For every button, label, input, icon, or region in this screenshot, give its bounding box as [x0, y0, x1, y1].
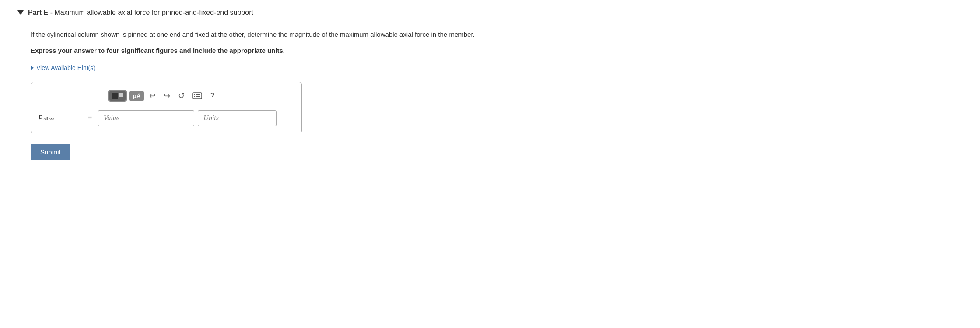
part-separator: - [48, 9, 54, 16]
svg-rect-1 [194, 94, 195, 95]
content-area: If the cylindrical column shown is pinne… [31, 30, 962, 160]
keyboard-icon [192, 92, 202, 99]
value-input[interactable] [98, 110, 194, 126]
svg-rect-2 [196, 94, 197, 95]
part-label: Part E [28, 9, 48, 16]
p-sub-label: allow [43, 116, 54, 121]
svg-rect-7 [197, 96, 199, 97]
reset-button[interactable]: ↺ [175, 89, 187, 102]
part-title-text: Maximum allowable axial force for pinned… [54, 9, 253, 16]
keyboard-button[interactable] [190, 91, 205, 101]
hints-link[interactable]: View Available Hint(s) [31, 64, 962, 71]
squares-icon [112, 93, 123, 99]
undo-button[interactable]: ↩ [147, 89, 158, 102]
mu-a-button[interactable]: μÅ [130, 91, 144, 101]
part-header: Part E - Maximum allowable axial force f… [18, 9, 962, 17]
p-allow-label: Pallow [38, 114, 82, 122]
bold-instruction: Express your answer to four significant … [31, 46, 962, 56]
format-btn-group [108, 90, 127, 102]
submit-button[interactable]: Submit [31, 144, 70, 160]
description-text: If the cylindrical column shown is pinne… [31, 30, 962, 40]
part-title: Part E - Maximum allowable axial force f… [28, 9, 253, 17]
chevron-right-icon [31, 66, 34, 70]
svg-rect-4 [199, 94, 200, 95]
svg-rect-5 [194, 96, 195, 97]
light-square-icon [119, 93, 123, 97]
block-format-button[interactable] [109, 91, 126, 101]
p-main-label: P [38, 114, 42, 122]
svg-rect-8 [199, 96, 200, 97]
dark-square-icon [112, 93, 118, 99]
hints-label: View Available Hint(s) [36, 64, 95, 71]
toolbar: μÅ ↩ ↪ ↺ [38, 89, 294, 102]
answer-box: μÅ ↩ ↪ ↺ [31, 82, 302, 133]
units-input[interactable] [198, 110, 276, 126]
svg-rect-3 [197, 94, 199, 95]
chevron-down-icon[interactable] [18, 10, 24, 15]
help-button[interactable]: ? [207, 90, 217, 102]
svg-rect-9 [195, 98, 200, 98]
svg-rect-6 [196, 96, 197, 97]
equals-sign: = [88, 114, 92, 122]
redo-button[interactable]: ↪ [161, 89, 173, 102]
input-row: Pallow = [38, 110, 294, 126]
